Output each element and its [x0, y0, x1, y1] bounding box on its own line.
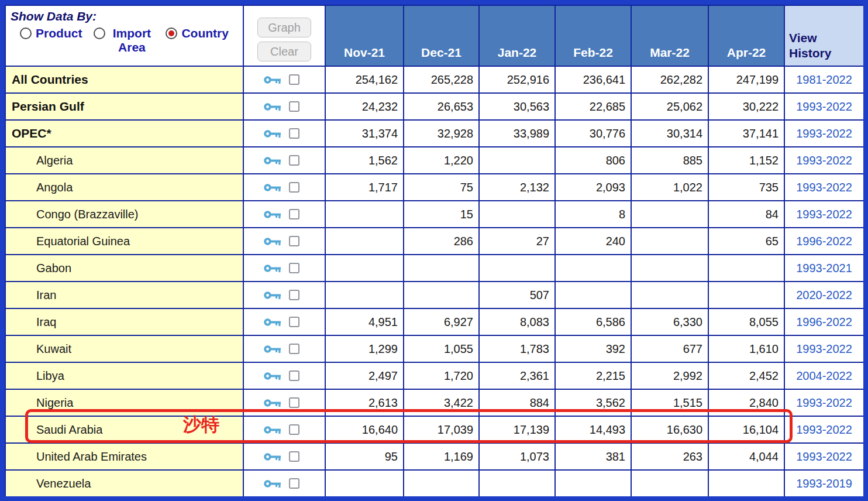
radio-option[interactable]: Import Area	[94, 26, 154, 54]
key-icon[interactable]	[263, 398, 281, 408]
row-checkbox[interactable]	[289, 344, 299, 354]
view-history-link[interactable]: 1993-2022	[784, 443, 864, 470]
key-icon[interactable]	[263, 263, 281, 273]
row-checkbox[interactable]	[289, 128, 299, 139]
row-controls	[244, 263, 325, 273]
table-row: Persian Gulf 24,232 26,653 30,563 22,685	[5, 93, 864, 120]
row-checkbox[interactable]	[289, 209, 299, 219]
action-buttons-cell: Graph Clear	[243, 5, 325, 66]
value-cell: 2,613	[325, 389, 404, 416]
view-history-link[interactable]: 1993-2022	[784, 174, 864, 201]
row-label-cell: Nigeria	[5, 389, 243, 416]
view-history-link[interactable]: 1993-2022	[784, 147, 864, 174]
key-icon[interactable]	[263, 75, 281, 85]
row-controls	[244, 344, 325, 354]
value-cell: 392	[555, 335, 631, 362]
key-icon[interactable]	[263, 290, 281, 300]
key-icon[interactable]	[263, 210, 281, 219]
row-label: Congo (Brazzaville)	[36, 208, 139, 221]
key-icon[interactable]	[263, 479, 281, 489]
row-checkbox[interactable]	[289, 263, 299, 273]
row-label: Libya	[36, 369, 64, 382]
key-icon[interactable]	[263, 102, 281, 112]
key-icon[interactable]	[263, 156, 281, 166]
row-label: Venezuela	[36, 477, 91, 490]
row-checkbox[interactable]	[289, 370, 299, 381]
value-cell: 2,497	[325, 362, 404, 389]
table-row: Venezuela 1993-2019	[5, 470, 864, 497]
radio-button-icon[interactable]	[166, 28, 177, 39]
key-icon[interactable]	[263, 129, 281, 139]
value-cell	[325, 255, 404, 282]
value-cell: 1,717	[325, 174, 404, 201]
row-label: Iran	[36, 289, 56, 301]
view-history-link[interactable]: 1993-2019	[784, 470, 864, 497]
key-icon[interactable]	[263, 183, 281, 193]
row-checkbox[interactable]	[289, 478, 299, 489]
value-cell	[325, 470, 404, 497]
value-cell: 17,039	[404, 416, 479, 443]
view-history-link[interactable]: 1993-2021	[784, 255, 864, 282]
value-cell: 240	[555, 228, 631, 255]
value-cell	[479, 147, 555, 174]
radio-option[interactable]: Product	[20, 26, 82, 40]
row-checkbox[interactable]	[289, 317, 299, 327]
row-controls	[244, 317, 325, 327]
view-history-link[interactable]: 1993-2022	[784, 93, 864, 120]
value-cell: 6,927	[404, 308, 479, 335]
key-icon[interactable]	[263, 371, 281, 381]
value-cell	[555, 255, 631, 282]
key-icon[interactable]	[263, 425, 281, 435]
table-row: Equatorial Guinea 286 27 240 65	[5, 228, 864, 255]
row-label-cell: Algeria	[5, 147, 243, 174]
row-checkbox[interactable]	[289, 182, 299, 193]
value-cell	[479, 201, 555, 228]
view-history-link[interactable]: 1993-2022	[784, 416, 864, 443]
row-checkbox[interactable]	[289, 397, 299, 408]
key-icon[interactable]	[263, 317, 281, 327]
radio-option[interactable]: Country	[166, 26, 229, 40]
view-history-link[interactable]	[784, 497, 864, 501]
row-checkbox[interactable]	[289, 236, 299, 246]
table-row: Gabon 1993-2021	[5, 255, 864, 282]
row-checkbox[interactable]	[289, 74, 299, 85]
value-cell	[631, 228, 708, 255]
graph-button[interactable]: Graph	[257, 18, 311, 37]
value-cell: 252,916	[479, 66, 555, 93]
row-checkbox[interactable]	[289, 290, 299, 300]
value-cell	[325, 282, 404, 308]
clear-button[interactable]: Clear	[257, 42, 311, 61]
value-cell: 1,022	[631, 174, 708, 201]
value-cell: 95	[325, 443, 404, 470]
view-history-link[interactable]: 1996-2022	[784, 308, 864, 335]
row-label-cell: Congo (Brazzaville)	[5, 201, 243, 228]
view-history-link[interactable]: 2020-2022	[784, 282, 864, 308]
row-checkbox[interactable]	[289, 155, 299, 166]
row-controls	[244, 290, 325, 300]
radio-button-icon[interactable]	[94, 28, 105, 39]
row-checkbox[interactable]	[289, 424, 299, 435]
row-label-cell: Gabon	[5, 255, 243, 282]
view-history-link[interactable]: 1993-2022	[784, 335, 864, 362]
row-controls-cell	[243, 228, 325, 255]
table-row: Algeria 1,562 1,220 806 885 1,15	[5, 147, 864, 174]
row-controls-cell	[243, 443, 325, 470]
key-icon[interactable]	[263, 236, 281, 246]
view-history-link[interactable]: 1993-2022	[784, 120, 864, 147]
row-controls-cell	[243, 335, 325, 362]
view-history-link[interactable]: 1981-2022	[784, 66, 864, 93]
view-history-link[interactable]: 1993-2022	[784, 201, 864, 228]
row-controls-cell	[243, 282, 325, 308]
key-icon[interactable]	[263, 452, 281, 462]
row-label: Iraq	[36, 315, 56, 328]
key-icon[interactable]	[263, 344, 281, 354]
row-checkbox[interactable]	[289, 101, 299, 112]
view-history-link[interactable]: 1996-2022	[784, 228, 864, 255]
header-row: Show Data By: Product Import Area Countr…	[5, 5, 864, 66]
row-checkbox[interactable]	[289, 451, 299, 462]
view-history-link[interactable]: 2004-2022	[784, 362, 864, 389]
view-history-link[interactable]: 1993-2022	[784, 389, 864, 416]
row-controls	[244, 397, 325, 408]
radio-option-label: Country	[181, 26, 229, 40]
radio-button-icon[interactable]	[20, 28, 32, 39]
